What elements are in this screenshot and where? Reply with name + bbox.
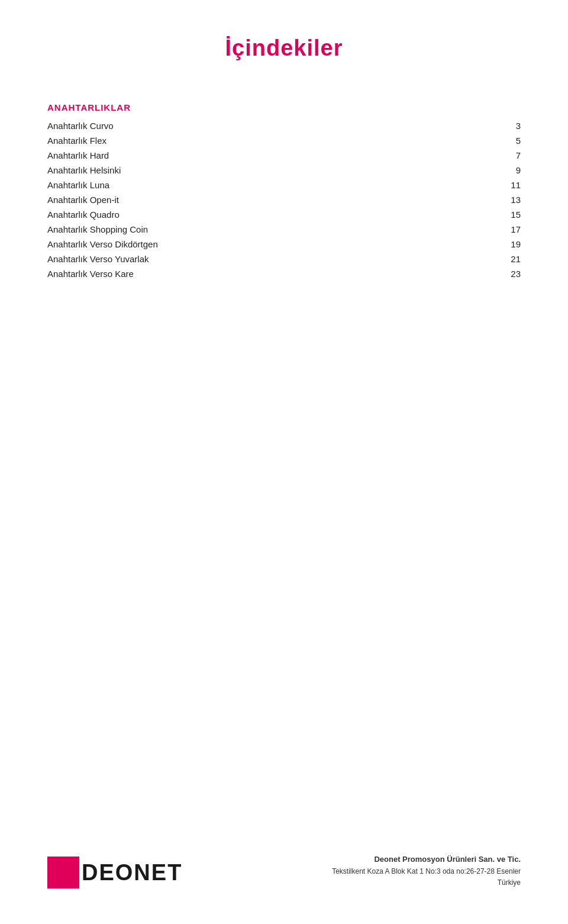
toc-item-label: Anahtarlık Verso Yuvarlak [47,252,379,266]
footer-address-line1: Tekstilkent Koza A Blok Kat 1 No:3 oda n… [332,866,521,877]
toc-item-page: 23 [379,266,521,281]
toc-item-label: Anahtarlık Verso Kare [47,266,379,281]
footer-address: Deonet Promosyon Ürünleri San. ve Tic. T… [332,854,521,888]
toc-item-label: Anahtarlık Flex [47,133,379,148]
footer-company-name: Deonet Promosyon Ürünleri San. ve Tic. [332,854,521,866]
toc-row: Anahtarlık Verso Kare23 [47,266,521,281]
toc-item-page: 11 [379,178,521,192]
section-header: ANAHTARLIKLAR [47,102,521,112]
toc-row: Anahtarlık Flex5 [47,133,521,148]
toc-row: Anahtarlık Hard7 [47,148,521,163]
toc-row: Anahtarlık Quadro15 [47,207,521,222]
toc-item-label: Anahtarlık Open-it [47,192,379,207]
toc-item-label: Anahtarlık Verso Dikdörtgen [47,237,379,252]
toc-item-label: Anahtarlık Luna [47,178,379,192]
toc-item-page: 5 [379,133,521,148]
toc-item-page: 9 [379,163,521,178]
logo-box-icon [47,857,79,888]
toc-item-label: Anahtarlık Helsinki [47,163,379,178]
toc-item-label: Anahtarlık Curvo [47,118,379,133]
footer: DEONET Deonet Promosyon Ürünleri San. ve… [47,854,521,888]
toc-table: Anahtarlık Curvo3Anahtarlık Flex5Anahtar… [47,118,521,281]
toc-item-page: 15 [379,207,521,222]
toc-item-page: 17 [379,222,521,237]
toc-row: Anahtarlık Verso Yuvarlak21 [47,252,521,266]
toc-row: Anahtarlık Helsinki9 [47,163,521,178]
toc-row: Anahtarlık Open-it13 [47,192,521,207]
toc-item-page: 13 [379,192,521,207]
toc-item-label: Anahtarlık Shopping Coin [47,222,379,237]
logo-text: DEONET [82,861,182,884]
toc-item-page: 3 [379,118,521,133]
toc-row: Anahtarlık Luna11 [47,178,521,192]
toc-row: Anahtarlık Shopping Coin17 [47,222,521,237]
toc-row: Anahtarlık Curvo3 [47,118,521,133]
toc-item-page: 7 [379,148,521,163]
toc-row: Anahtarlık Verso Dikdörtgen19 [47,237,521,252]
toc-item-page: 21 [379,252,521,266]
footer-logo: DEONET [47,857,182,888]
toc-item-label: Anahtarlık Quadro [47,207,379,222]
page-title: İçindekiler [47,36,521,61]
toc-item-label: Anahtarlık Hard [47,148,379,163]
footer-address-line2: Türkiye [332,877,521,888]
toc-item-page: 19 [379,237,521,252]
